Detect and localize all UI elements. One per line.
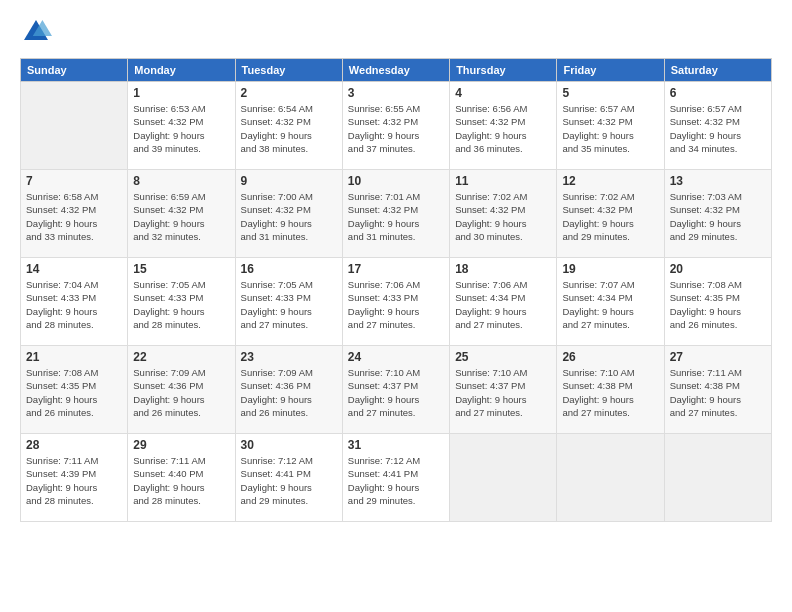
day-info: Sunrise: 7:08 AM Sunset: 4:35 PM Dayligh… bbox=[670, 278, 766, 331]
week-row-5: 28Sunrise: 7:11 AM Sunset: 4:39 PM Dayli… bbox=[21, 434, 772, 522]
calendar-cell: 30Sunrise: 7:12 AM Sunset: 4:41 PM Dayli… bbox=[235, 434, 342, 522]
day-info: Sunrise: 6:59 AM Sunset: 4:32 PM Dayligh… bbox=[133, 190, 229, 243]
calendar-cell: 29Sunrise: 7:11 AM Sunset: 4:40 PM Dayli… bbox=[128, 434, 235, 522]
day-info: Sunrise: 7:09 AM Sunset: 4:36 PM Dayligh… bbox=[133, 366, 229, 419]
calendar-cell: 7Sunrise: 6:58 AM Sunset: 4:32 PM Daylig… bbox=[21, 170, 128, 258]
day-info: Sunrise: 7:00 AM Sunset: 4:32 PM Dayligh… bbox=[241, 190, 337, 243]
calendar-cell: 19Sunrise: 7:07 AM Sunset: 4:34 PM Dayli… bbox=[557, 258, 664, 346]
day-info: Sunrise: 7:10 AM Sunset: 4:38 PM Dayligh… bbox=[562, 366, 658, 419]
calendar-cell bbox=[557, 434, 664, 522]
day-info: Sunrise: 7:05 AM Sunset: 4:33 PM Dayligh… bbox=[241, 278, 337, 331]
day-info: Sunrise: 6:57 AM Sunset: 4:32 PM Dayligh… bbox=[670, 102, 766, 155]
calendar-cell: 5Sunrise: 6:57 AM Sunset: 4:32 PM Daylig… bbox=[557, 82, 664, 170]
day-number: 22 bbox=[133, 350, 229, 364]
day-number: 25 bbox=[455, 350, 551, 364]
day-number: 10 bbox=[348, 174, 444, 188]
col-header-saturday: Saturday bbox=[664, 59, 771, 82]
day-number: 16 bbox=[241, 262, 337, 276]
calendar-cell: 12Sunrise: 7:02 AM Sunset: 4:32 PM Dayli… bbox=[557, 170, 664, 258]
col-header-monday: Monday bbox=[128, 59, 235, 82]
day-number: 30 bbox=[241, 438, 337, 452]
calendar-cell: 20Sunrise: 7:08 AM Sunset: 4:35 PM Dayli… bbox=[664, 258, 771, 346]
calendar-cell: 11Sunrise: 7:02 AM Sunset: 4:32 PM Dayli… bbox=[450, 170, 557, 258]
week-row-1: 1Sunrise: 6:53 AM Sunset: 4:32 PM Daylig… bbox=[21, 82, 772, 170]
calendar-cell bbox=[450, 434, 557, 522]
calendar-cell: 2Sunrise: 6:54 AM Sunset: 4:32 PM Daylig… bbox=[235, 82, 342, 170]
day-info: Sunrise: 7:09 AM Sunset: 4:36 PM Dayligh… bbox=[241, 366, 337, 419]
day-info: Sunrise: 7:12 AM Sunset: 4:41 PM Dayligh… bbox=[348, 454, 444, 507]
calendar-cell: 17Sunrise: 7:06 AM Sunset: 4:33 PM Dayli… bbox=[342, 258, 449, 346]
calendar-header-row: SundayMondayTuesdayWednesdayThursdayFrid… bbox=[21, 59, 772, 82]
day-number: 3 bbox=[348, 86, 444, 100]
day-number: 31 bbox=[348, 438, 444, 452]
calendar-cell: 15Sunrise: 7:05 AM Sunset: 4:33 PM Dayli… bbox=[128, 258, 235, 346]
day-info: Sunrise: 7:12 AM Sunset: 4:41 PM Dayligh… bbox=[241, 454, 337, 507]
day-number: 17 bbox=[348, 262, 444, 276]
day-number: 7 bbox=[26, 174, 122, 188]
calendar-cell: 25Sunrise: 7:10 AM Sunset: 4:37 PM Dayli… bbox=[450, 346, 557, 434]
day-info: Sunrise: 7:11 AM Sunset: 4:38 PM Dayligh… bbox=[670, 366, 766, 419]
calendar-cell: 13Sunrise: 7:03 AM Sunset: 4:32 PM Dayli… bbox=[664, 170, 771, 258]
calendar-cell: 24Sunrise: 7:10 AM Sunset: 4:37 PM Dayli… bbox=[342, 346, 449, 434]
logo-icon bbox=[20, 16, 52, 48]
week-row-4: 21Sunrise: 7:08 AM Sunset: 4:35 PM Dayli… bbox=[21, 346, 772, 434]
calendar-table: SundayMondayTuesdayWednesdayThursdayFrid… bbox=[20, 58, 772, 522]
col-header-sunday: Sunday bbox=[21, 59, 128, 82]
day-info: Sunrise: 6:55 AM Sunset: 4:32 PM Dayligh… bbox=[348, 102, 444, 155]
day-info: Sunrise: 7:10 AM Sunset: 4:37 PM Dayligh… bbox=[455, 366, 551, 419]
day-number: 20 bbox=[670, 262, 766, 276]
col-header-tuesday: Tuesday bbox=[235, 59, 342, 82]
calendar-cell: 3Sunrise: 6:55 AM Sunset: 4:32 PM Daylig… bbox=[342, 82, 449, 170]
day-number: 15 bbox=[133, 262, 229, 276]
day-info: Sunrise: 7:06 AM Sunset: 4:33 PM Dayligh… bbox=[348, 278, 444, 331]
day-info: Sunrise: 7:02 AM Sunset: 4:32 PM Dayligh… bbox=[455, 190, 551, 243]
logo bbox=[20, 16, 56, 48]
day-info: Sunrise: 6:57 AM Sunset: 4:32 PM Dayligh… bbox=[562, 102, 658, 155]
calendar-cell: 22Sunrise: 7:09 AM Sunset: 4:36 PM Dayli… bbox=[128, 346, 235, 434]
calendar-cell: 1Sunrise: 6:53 AM Sunset: 4:32 PM Daylig… bbox=[128, 82, 235, 170]
day-number: 13 bbox=[670, 174, 766, 188]
col-header-thursday: Thursday bbox=[450, 59, 557, 82]
day-info: Sunrise: 7:11 AM Sunset: 4:39 PM Dayligh… bbox=[26, 454, 122, 507]
calendar-cell: 28Sunrise: 7:11 AM Sunset: 4:39 PM Dayli… bbox=[21, 434, 128, 522]
calendar-cell: 16Sunrise: 7:05 AM Sunset: 4:33 PM Dayli… bbox=[235, 258, 342, 346]
page: SundayMondayTuesdayWednesdayThursdayFrid… bbox=[0, 0, 792, 612]
week-row-3: 14Sunrise: 7:04 AM Sunset: 4:33 PM Dayli… bbox=[21, 258, 772, 346]
calendar-cell: 27Sunrise: 7:11 AM Sunset: 4:38 PM Dayli… bbox=[664, 346, 771, 434]
header bbox=[20, 16, 772, 48]
day-info: Sunrise: 7:04 AM Sunset: 4:33 PM Dayligh… bbox=[26, 278, 122, 331]
day-info: Sunrise: 6:53 AM Sunset: 4:32 PM Dayligh… bbox=[133, 102, 229, 155]
calendar-cell: 14Sunrise: 7:04 AM Sunset: 4:33 PM Dayli… bbox=[21, 258, 128, 346]
day-info: Sunrise: 7:06 AM Sunset: 4:34 PM Dayligh… bbox=[455, 278, 551, 331]
day-number: 12 bbox=[562, 174, 658, 188]
calendar-cell bbox=[664, 434, 771, 522]
day-number: 5 bbox=[562, 86, 658, 100]
col-header-friday: Friday bbox=[557, 59, 664, 82]
day-info: Sunrise: 6:58 AM Sunset: 4:32 PM Dayligh… bbox=[26, 190, 122, 243]
day-number: 11 bbox=[455, 174, 551, 188]
day-number: 8 bbox=[133, 174, 229, 188]
day-number: 23 bbox=[241, 350, 337, 364]
day-number: 29 bbox=[133, 438, 229, 452]
calendar-cell: 31Sunrise: 7:12 AM Sunset: 4:41 PM Dayli… bbox=[342, 434, 449, 522]
calendar-cell: 21Sunrise: 7:08 AM Sunset: 4:35 PM Dayli… bbox=[21, 346, 128, 434]
day-number: 18 bbox=[455, 262, 551, 276]
day-number: 9 bbox=[241, 174, 337, 188]
day-info: Sunrise: 7:11 AM Sunset: 4:40 PM Dayligh… bbox=[133, 454, 229, 507]
calendar-cell: 26Sunrise: 7:10 AM Sunset: 4:38 PM Dayli… bbox=[557, 346, 664, 434]
calendar-cell: 9Sunrise: 7:00 AM Sunset: 4:32 PM Daylig… bbox=[235, 170, 342, 258]
day-number: 14 bbox=[26, 262, 122, 276]
col-header-wednesday: Wednesday bbox=[342, 59, 449, 82]
day-info: Sunrise: 7:03 AM Sunset: 4:32 PM Dayligh… bbox=[670, 190, 766, 243]
day-number: 1 bbox=[133, 86, 229, 100]
day-number: 6 bbox=[670, 86, 766, 100]
day-number: 26 bbox=[562, 350, 658, 364]
day-number: 28 bbox=[26, 438, 122, 452]
day-number: 2 bbox=[241, 86, 337, 100]
day-info: Sunrise: 7:01 AM Sunset: 4:32 PM Dayligh… bbox=[348, 190, 444, 243]
day-info: Sunrise: 6:54 AM Sunset: 4:32 PM Dayligh… bbox=[241, 102, 337, 155]
week-row-2: 7Sunrise: 6:58 AM Sunset: 4:32 PM Daylig… bbox=[21, 170, 772, 258]
calendar-cell: 4Sunrise: 6:56 AM Sunset: 4:32 PM Daylig… bbox=[450, 82, 557, 170]
day-number: 21 bbox=[26, 350, 122, 364]
day-info: Sunrise: 7:10 AM Sunset: 4:37 PM Dayligh… bbox=[348, 366, 444, 419]
